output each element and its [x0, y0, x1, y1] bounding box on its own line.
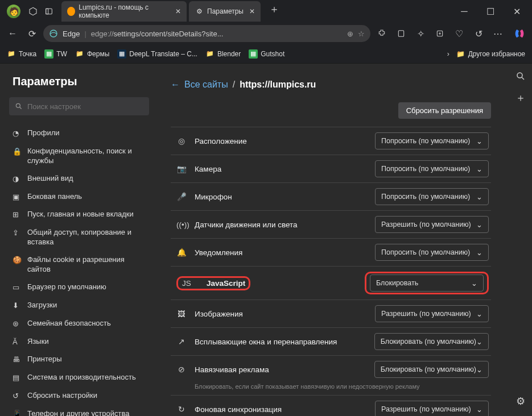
rail-settings-icon[interactable]: ⚙: [514, 394, 527, 408]
read-aloud-icon[interactable]: [393, 26, 409, 41]
chevron-down-icon: ⌄: [476, 221, 482, 229]
permission-select[interactable]: Блокировать (по умолчанию)⌄: [374, 333, 489, 350]
more-menu[interactable]: ⋯: [490, 26, 506, 41]
nav-label: Семейная безопасность: [27, 319, 111, 328]
settings-main: ← Все сайты / https://lumpics.ru Сбросит…: [157, 64, 509, 416]
folder-icon: 📁: [205, 49, 215, 59]
permission-select[interactable]: Попросить (по умолчанию)⌄: [375, 244, 489, 261]
chevron-down-icon: ⌄: [476, 165, 482, 173]
heart-icon[interactable]: ♡: [451, 26, 467, 41]
tab-title: Lumpics.ru - помощь с компьюте: [79, 3, 170, 19]
bookmark-item[interactable]: ▦TW: [44, 49, 67, 59]
search-in-page-icon[interactable]: ⊕: [347, 30, 353, 38]
bookmark-item[interactable]: ▦DeepL Translate – С...: [117, 49, 197, 59]
tab-close-icon[interactable]: ✕: [249, 7, 255, 15]
gear-icon: ⚙: [195, 7, 204, 16]
profile-avatar[interactable]: 🧑: [7, 5, 20, 18]
sidebar-nav-item[interactable]: ▤Система и производительность: [9, 369, 149, 387]
sidebar-nav-item[interactable]: ⬇Загрузки: [9, 297, 149, 315]
permission-select[interactable]: Разрешить (по умолчанию)⌄: [375, 216, 489, 233]
rail-add-icon[interactable]: ＋: [514, 91, 527, 105]
search-icon: [15, 102, 23, 110]
sidebar-nav-item[interactable]: 🍪Файлы cookie и разрешения сайтов: [9, 251, 149, 278]
svg-point-5: [16, 103, 20, 107]
permission-row: ↻Фоновая синхронизацияРазрешить (по умол…: [171, 395, 491, 416]
system-icon: ▤: [13, 373, 22, 383]
reset-icon: ↺: [13, 392, 22, 401]
tab-close-icon[interactable]: ✕: [175, 7, 181, 15]
settings-search-input[interactable]: [27, 102, 143, 111]
rail-search-icon[interactable]: [514, 69, 527, 83]
workspaces-icon[interactable]: [25, 3, 41, 19]
tab-settings[interactable]: ⚙ Параметры ✕: [189, 1, 261, 22]
tab-actions-icon[interactable]: [41, 3, 57, 19]
sidebar-nav-item[interactable]: 🖶Принтеры: [9, 351, 149, 369]
sidebar-nav-item[interactable]: ↺Сбросить настройки: [9, 387, 149, 405]
sidebar-nav-item[interactable]: ▭Браузер по умолчанию: [9, 278, 149, 297]
bookmark-item[interactable]: ▦Gutshot: [249, 49, 284, 59]
sidebar-nav-item[interactable]: ⊞Пуск, главная и новые вкладки: [9, 206, 149, 224]
sidebar-nav-item[interactable]: ⊛Семейная безопасность: [9, 315, 149, 333]
back-arrow-icon[interactable]: ←: [171, 80, 180, 90]
favorite-star-icon[interactable]: ☆: [358, 30, 365, 38]
permission-row: 🎤МикрофонПопросить (по умолчанию)⌄: [171, 182, 491, 210]
settings-search[interactable]: [9, 97, 149, 115]
bookmark-item[interactable]: 📁Blender: [205, 49, 241, 59]
permission-select[interactable]: Попросить (по умолчанию)⌄: [375, 188, 489, 205]
lang-icon: Ă: [13, 338, 22, 347]
permission-value: Разрешить (по умолчанию): [381, 310, 471, 318]
edge-logo-icon: [49, 29, 58, 38]
permission-row: 🖼ИзображенияРазрешить (по умолчанию)⌄: [171, 299, 491, 327]
omnibox[interactable]: Edge | edge://settings/content/siteDetai…: [43, 25, 370, 42]
chevron-down-icon: ⌄: [476, 248, 482, 257]
site-icon: ▦: [249, 49, 258, 59]
right-sidebar: ＋ ⚙: [509, 64, 532, 416]
tab-lumpics[interactable]: Lumpics.ru - помощь с компьюте ✕: [61, 1, 187, 22]
sidebar-nav-item[interactable]: ▣Боковая панель: [9, 188, 149, 206]
minimize-button[interactable]: ─: [451, 0, 477, 23]
bookmark-label: Точка: [19, 50, 36, 58]
other-bookmarks-label: Другое избранное: [468, 50, 525, 58]
sidebar-nav-item[interactable]: ◑Внешний вид: [9, 170, 149, 188]
copilot-button[interactable]: [512, 26, 527, 41]
bookmark-item[interactable]: 📁Фермы: [75, 49, 109, 59]
permission-label: Изображения: [195, 310, 243, 318]
history-icon[interactable]: ↺: [471, 26, 486, 41]
sidebar-nav-item[interactable]: 📱Телефон и другие устройства: [9, 405, 149, 416]
bookmark-item[interactable]: 📁Точка: [7, 49, 36, 59]
permission-value: Блокировать: [376, 279, 418, 287]
other-bookmarks[interactable]: 📁 Другое избранное: [456, 49, 525, 59]
bookmark-label: Фермы: [87, 50, 109, 58]
bookmark-label: Blender: [217, 50, 241, 58]
breadcrumb-all-sites[interactable]: Все сайты: [184, 80, 228, 90]
close-button[interactable]: ✕: [504, 0, 530, 23]
refresh-button[interactable]: ⟳: [24, 26, 40, 41]
permission-select[interactable]: Блокировать⌄: [370, 274, 484, 292]
extensions-icon[interactable]: [374, 26, 390, 41]
permission-row: 📷КамераПопросить (по умолчанию)⌄: [171, 155, 491, 182]
bookmarks-chevron-icon[interactable]: ›: [447, 50, 449, 58]
new-tab-button[interactable]: ＋: [266, 1, 282, 17]
breadcrumb-site: https://lumpics.ru: [240, 80, 316, 90]
sidebar-nav-item[interactable]: ⇪Общий доступ, копирование и вставка: [9, 224, 149, 251]
collections-icon[interactable]: [432, 26, 448, 41]
back-button[interactable]: ←: [5, 26, 20, 41]
sidebar-nav-item[interactable]: 🔒Конфиденциальность, поиск и службы: [9, 143, 149, 170]
favorites-icon[interactable]: ✧: [413, 26, 428, 41]
sidebar-nav-item[interactable]: ◔Профили: [9, 124, 149, 143]
profile-icon: ◔: [13, 129, 22, 139]
nav-label: Боковая панель: [27, 192, 82, 202]
maximize-button[interactable]: ☐: [477, 0, 504, 23]
reset-permissions-button[interactable]: Сбросить разрешения: [398, 102, 491, 119]
permission-select[interactable]: Попросить (по умолчанию)⌄: [375, 132, 489, 149]
nav-label: Пуск, главная и новые вкладки: [27, 210, 134, 219]
family-icon: ⊛: [13, 319, 22, 329]
permission-label: Камера: [195, 165, 221, 173]
permission-select[interactable]: Разрешить (по умолчанию)⌄: [375, 401, 489, 416]
permission-select[interactable]: Разрешить (по умолчанию)⌄: [375, 305, 489, 322]
sidebar-nav-item[interactable]: ĂЯзыки: [9, 333, 149, 351]
permission-select[interactable]: Блокировать (по умолчанию)⌄: [374, 361, 489, 378]
nav-label: Файлы cookie и разрешения сайтов: [27, 255, 146, 274]
bookmarks-bar: 📁Точка▦TW📁Фермы▦DeepL Translate – С...📁B…: [0, 44, 532, 64]
permission-select[interactable]: Попросить (по умолчанию)⌄: [375, 160, 489, 177]
